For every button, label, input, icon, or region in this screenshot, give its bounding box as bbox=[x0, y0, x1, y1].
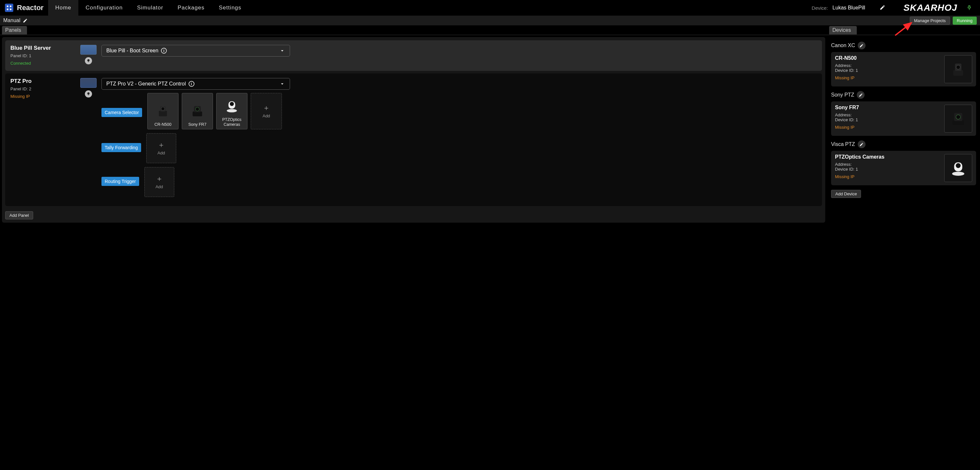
device-status: Missing IP bbox=[835, 174, 941, 179]
device-status: Missing IP bbox=[835, 75, 941, 80]
panel-config-select[interactable]: Blue Pill - Boot Screen i bbox=[102, 45, 290, 57]
edit-group-icon[interactable] bbox=[858, 41, 865, 49]
device-id: Device ID: 1 bbox=[835, 118, 941, 122]
panels-outer: Blue Pill Server Panel ID: 1 Connected B… bbox=[2, 37, 825, 223]
device-address: Address: bbox=[835, 63, 941, 68]
info-icon[interactable]: i bbox=[189, 81, 194, 87]
device-group-name: Visca PTZ bbox=[831, 141, 855, 147]
device-name: Lukas BluePill bbox=[832, 5, 865, 11]
camera-slot[interactable]: Sony FR7 bbox=[182, 93, 213, 129]
add-label: Add bbox=[158, 151, 165, 156]
device-address: Address: bbox=[835, 113, 941, 118]
edit-group-icon[interactable] bbox=[857, 91, 865, 99]
svg-point-13 bbox=[230, 102, 234, 106]
company-logo: SKAARHOJ bbox=[904, 3, 957, 13]
svg-point-22 bbox=[956, 163, 961, 168]
camera-slot[interactable]: CR-N500 bbox=[147, 93, 178, 129]
panel-title: PTZ Pro bbox=[10, 78, 75, 84]
panel-id: Panel ID: 1 bbox=[10, 53, 75, 58]
network-icon[interactable] bbox=[966, 4, 972, 11]
svg-rect-5 bbox=[159, 111, 167, 116]
svg-rect-14 bbox=[953, 70, 963, 76]
panel-thumb-icon bbox=[80, 78, 97, 88]
panels-tab[interactable]: Panels bbox=[2, 26, 27, 35]
add-device-button[interactable]: Add Device bbox=[831, 190, 861, 198]
nav-home[interactable]: Home bbox=[48, 0, 78, 16]
devices-tab[interactable]: Devices bbox=[829, 26, 857, 35]
nav-simulator[interactable]: Simulator bbox=[130, 0, 170, 16]
plus-icon: ＋ bbox=[158, 141, 165, 149]
device-title: Sony FR7 bbox=[835, 105, 941, 111]
device-id: Device ID: 1 bbox=[835, 68, 941, 73]
svg-rect-8 bbox=[192, 111, 202, 116]
panel-id: Panel ID: 2 bbox=[10, 86, 75, 91]
svg-point-10 bbox=[196, 107, 199, 111]
panel-title: Blue Pill Server bbox=[10, 45, 75, 51]
panel-thumb-icon bbox=[80, 45, 97, 55]
row-tally-forwarding: Tally Forwarding ＋ Add bbox=[102, 133, 817, 163]
manage-projects-button[interactable]: Manage Projects bbox=[910, 17, 950, 25]
edit-group-icon[interactable] bbox=[858, 140, 865, 148]
device-card[interactable]: PTZOptics Cameras Address: Device ID: 1 … bbox=[831, 151, 976, 185]
svg-point-4 bbox=[10, 8, 11, 10]
device-group-name: Canon XC bbox=[831, 43, 855, 48]
slot-label: Sony FR7 bbox=[188, 122, 207, 127]
row-routing-trigger: Routing Trigger ＋ Add bbox=[102, 167, 817, 197]
edit-device-icon[interactable] bbox=[880, 5, 886, 11]
svg-point-11 bbox=[227, 109, 237, 112]
svg-rect-0 bbox=[5, 3, 13, 12]
bulb-button[interactable] bbox=[85, 91, 92, 97]
chip-routing-trigger[interactable]: Routing Trigger bbox=[102, 177, 139, 186]
reactor-logo-icon bbox=[5, 3, 14, 12]
device-card[interactable]: CR-N500 Address: Device ID: 1 Missing IP bbox=[831, 52, 976, 86]
svg-point-1 bbox=[7, 6, 8, 7]
add-label: Add bbox=[262, 113, 270, 118]
running-button[interactable]: Running bbox=[953, 17, 977, 25]
camera-icon bbox=[189, 103, 205, 119]
svg-point-19 bbox=[956, 115, 961, 119]
svg-point-20 bbox=[952, 171, 964, 176]
edit-project-icon[interactable] bbox=[23, 18, 28, 23]
nav-packages[interactable]: Packages bbox=[170, 0, 212, 16]
brand: Reactor bbox=[0, 3, 48, 12]
slot-label: PTZOptics Cameras bbox=[216, 118, 247, 127]
camera-slot[interactable]: PTZOptics Cameras bbox=[216, 93, 247, 129]
device-thumb-icon bbox=[944, 154, 972, 182]
panel-status: Connected bbox=[10, 61, 75, 66]
add-routing-slot[interactable]: ＋ Add bbox=[144, 167, 174, 197]
add-tally-slot[interactable]: ＋ Add bbox=[146, 133, 176, 163]
chevron-down-icon bbox=[279, 48, 285, 54]
main: Panels Blue Pill Server Panel ID: 1 Conn… bbox=[0, 25, 980, 470]
device-thumb-icon bbox=[944, 55, 972, 83]
nav-right: Device: Lukas BluePill SKAARHOJ bbox=[811, 3, 977, 13]
panels-column: Panels Blue Pill Server Panel ID: 1 Conn… bbox=[0, 25, 827, 470]
chip-camera-selector[interactable]: Camera Selector bbox=[102, 108, 142, 117]
device-id: Device ID: 1 bbox=[835, 167, 941, 171]
plus-icon: ＋ bbox=[263, 104, 270, 111]
device-thumb-icon bbox=[944, 105, 972, 133]
slot-label: CR-N500 bbox=[154, 122, 171, 127]
panel-config-select[interactable]: PTZ Pro V2 - Generic PTZ Control i bbox=[102, 78, 290, 90]
subbar: Manual Manage Projects Running bbox=[0, 16, 980, 25]
nav-configuration[interactable]: Configuration bbox=[78, 0, 130, 16]
plus-icon: ＋ bbox=[156, 175, 163, 183]
nav-settings[interactable]: Settings bbox=[212, 0, 248, 16]
project-name: Manual bbox=[3, 17, 20, 24]
device-group-canon: Canon XC CR-N500 Address: Device ID: 1 M… bbox=[829, 40, 978, 86]
chip-tally-forwarding[interactable]: Tally Forwarding bbox=[102, 143, 141, 152]
svg-point-7 bbox=[161, 107, 164, 111]
bulb-button[interactable] bbox=[85, 57, 92, 64]
info-icon[interactable]: i bbox=[161, 48, 167, 54]
device-title: PTZOptics Cameras bbox=[835, 154, 941, 160]
add-label: Add bbox=[156, 184, 163, 189]
row-camera-selector: Camera Selector CR-N500 Sony FR7 bbox=[102, 93, 817, 129]
device-title: CR-N500 bbox=[835, 55, 941, 61]
add-panel-button[interactable]: Add Panel bbox=[5, 211, 33, 219]
add-camera-slot[interactable]: ＋ Add bbox=[251, 93, 282, 129]
camera-icon bbox=[155, 103, 171, 119]
device-label: Device: bbox=[811, 5, 828, 11]
panel-status: Missing IP bbox=[10, 94, 75, 99]
device-card[interactable]: Sony FR7 Address: Device ID: 1 Missing I… bbox=[831, 102, 976, 136]
camera-icon bbox=[224, 98, 240, 114]
panel-card-ptz-pro: PTZ Pro Panel ID: 2 Missing IP PTZ Pro V… bbox=[5, 73, 822, 206]
